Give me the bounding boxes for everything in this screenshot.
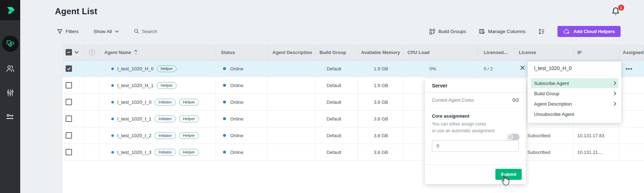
cores-input[interactable] — [432, 140, 519, 152]
header-select-all[interactable] — [63, 44, 85, 60]
memory-cell: 3.8 GB — [358, 127, 403, 144]
badge-initiator: Initiator — [155, 99, 176, 106]
build-groups-button[interactable]: Build Groups — [429, 28, 466, 35]
table-row[interactable]: l_test_1020_I_2InitiatorHelper Online De… — [63, 127, 644, 144]
toggle-off-x-icon — [508, 135, 512, 139]
online-dot-icon — [223, 134, 226, 137]
current-agent-cores-value: 0/2 — [512, 97, 519, 103]
badge-helper: Helper — [157, 82, 177, 89]
agent-name: l_test_1020_I_1 — [117, 116, 151, 122]
core-assignment-description: You can either assign cores or use an au… — [432, 121, 519, 135]
build-group-cell: Default — [315, 144, 358, 160]
manage-columns-icon — [479, 28, 485, 35]
row-actions-kebab[interactable]: ••• — [626, 66, 633, 72]
row-info-cell — [85, 60, 99, 77]
header-available-memory[interactable]: Available Memory — [358, 44, 403, 60]
table-row[interactable]: l_test_1020_I_3InitiatorHelper Online De… — [63, 144, 644, 161]
context-menu-item[interactable]: Agent Description — [528, 99, 621, 109]
badge-helper: Helper — [157, 65, 177, 72]
header-description[interactable]: Agent Description — [267, 44, 315, 60]
key-icon — [6, 112, 15, 123]
search-icon — [134, 28, 139, 34]
row-checkbox[interactable] — [66, 149, 72, 155]
context-menu-items: Subscribe AgentBuild GroupAgent Descript… — [528, 78, 621, 119]
context-menu-item[interactable]: Subscribe Agent — [531, 78, 618, 88]
status-cell: Online — [216, 111, 267, 127]
badge-initiator: Initiator — [155, 132, 176, 139]
agent-name-cell: l_test_1020_I_2InitiatorHelper — [99, 127, 216, 144]
row-checkbox[interactable] — [66, 99, 72, 105]
auto-assignment-toggle[interactable] — [507, 134, 520, 140]
info-icon: ! — [89, 49, 95, 55]
agent-dot-icon — [111, 134, 114, 137]
sidebar-item-settings[interactable] — [0, 85, 20, 102]
header-build-group[interactable]: Build Group — [315, 44, 358, 60]
assigned-cell — [619, 77, 644, 93]
status-cell: Online — [216, 127, 267, 144]
filter-icon — [57, 28, 63, 34]
agent-name: l_test_1020_H_0 — [117, 66, 154, 71]
search-input[interactable]: Search — [134, 28, 157, 34]
close-icon[interactable] — [519, 64, 526, 71]
app-logo[interactable] — [0, 0, 20, 20]
header-ip[interactable]: IP — [574, 44, 619, 60]
filters-button[interactable]: Filters — [57, 28, 79, 34]
agent-name-cell: l_test_1020_I_1InitiatorHelper — [99, 111, 216, 127]
online-dot-icon — [223, 101, 226, 103]
add-cloud-helpers-button[interactable]: Add Cloud Helpers — [557, 26, 621, 37]
row-checkbox[interactable] — [66, 116, 72, 122]
row-density-button[interactable] — [538, 28, 545, 35]
description-cell — [267, 111, 315, 127]
cpu-load-cell: 0% — [403, 60, 478, 77]
agent-name: l_test_1020_I_3 — [117, 150, 151, 155]
sliders-icon — [6, 89, 15, 98]
select-all-checkbox[interactable] — [66, 49, 72, 55]
online-dot-icon — [223, 151, 226, 154]
manage-columns-button[interactable]: Manage Columns — [479, 28, 526, 35]
online-dot-icon — [223, 117, 226, 120]
core-assignment-title: Core assignment — [432, 113, 519, 119]
description-cell — [267, 94, 315, 110]
agent-name: l_test_1020_I_2 — [117, 133, 151, 138]
assigned-cell — [619, 144, 644, 160]
search-placeholder: Search — [142, 29, 157, 34]
context-menu-item[interactable]: Build Group — [528, 89, 621, 98]
header-cpu-load[interactable]: CPU Load — [403, 44, 478, 60]
sidebar-item-license[interactable] — [0, 109, 20, 127]
table-header-row: ! Agent Name Status Agent Description Bu… — [63, 44, 644, 60]
header-assigned[interactable]: Assigned... — [619, 44, 644, 60]
notification-badge: 1 — [618, 5, 624, 11]
context-menu-title: l_test_1020_H_0 — [528, 61, 621, 75]
header-status[interactable]: Status — [216, 44, 267, 60]
agents-icon — [2, 36, 18, 52]
current-agent-cores-label: Current Agent Cores — [432, 97, 474, 103]
app-root: Agent List 1 Filters Show All Search — [0, 0, 644, 193]
status-cell: Online — [216, 77, 267, 93]
agent-context-menu: l_test_1020_H_0 Subscribe AgentBuild Gro… — [528, 61, 621, 123]
sidebar-item-agents[interactable] — [0, 35, 20, 53]
ip-cell: 10.131.17.83 — [574, 127, 619, 144]
chevron-down-icon — [115, 30, 119, 33]
chevron-right-icon — [614, 81, 616, 85]
sidebar — [0, 0, 20, 193]
online-dot-icon — [223, 84, 226, 87]
header-license[interactable]: License — [515, 44, 574, 60]
badge-helper: Helper — [179, 149, 199, 156]
submit-button[interactable]: Submit — [495, 169, 522, 180]
agent-name: l_test_1020_H_1 — [117, 83, 154, 88]
selection-menu-chevron-icon[interactable] — [74, 51, 79, 54]
context-menu-item[interactable]: Unsubscribe Agent — [528, 109, 621, 119]
row-checkbox[interactable] — [66, 132, 72, 139]
row-info-cell — [85, 144, 99, 160]
row-select-cell — [63, 77, 85, 93]
status-cell: Online — [216, 144, 267, 160]
popup-title: Server — [425, 79, 526, 92]
notifications-bell-button[interactable]: 1 — [611, 6, 623, 18]
header-licensed[interactable]: Licensed... — [478, 44, 515, 60]
show-all-dropdown[interactable]: Show All — [94, 29, 119, 34]
row-checkbox[interactable] — [66, 65, 72, 72]
status-cell: Online — [216, 94, 267, 110]
row-checkbox[interactable] — [66, 82, 72, 89]
header-agent-name[interactable]: Agent Name — [99, 44, 216, 60]
sidebar-item-users[interactable] — [0, 60, 20, 78]
